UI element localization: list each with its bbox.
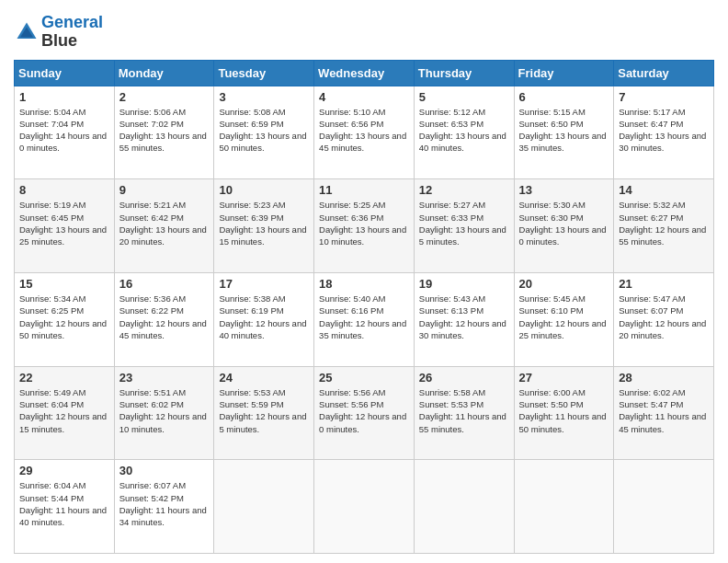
day-number: 26 xyxy=(419,371,509,385)
calendar-cell: 13Sunrise: 5:30 AMSunset: 6:30 PMDayligh… xyxy=(514,179,614,273)
page: General Blue SundayMondayTuesdayWednesda… xyxy=(0,0,728,563)
calendar-cell: 10Sunrise: 5:23 AMSunset: 6:39 PMDayligh… xyxy=(214,179,314,273)
day-number: 19 xyxy=(419,277,509,291)
logo-text: General Blue xyxy=(41,14,103,51)
calendar-cell: 1Sunrise: 5:04 AMSunset: 7:04 PMDaylight… xyxy=(15,86,115,179)
calendar-cell: 5Sunrise: 5:12 AMSunset: 6:53 PMDaylight… xyxy=(414,86,514,179)
calendar-cell: 21Sunrise: 5:47 AMSunset: 6:07 PMDayligh… xyxy=(614,272,714,366)
calendar-cell: 11Sunrise: 5:25 AMSunset: 6:36 PMDayligh… xyxy=(314,179,415,273)
day-number: 12 xyxy=(419,183,509,197)
day-info: Sunrise: 5:32 AMSunset: 6:27 PMDaylight:… xyxy=(619,199,709,247)
day-number: 23 xyxy=(119,371,210,385)
day-number: 7 xyxy=(619,90,709,104)
day-number: 16 xyxy=(119,277,210,291)
calendar-cell: 14Sunrise: 5:32 AMSunset: 6:27 PMDayligh… xyxy=(614,179,714,273)
day-number: 13 xyxy=(519,183,609,197)
day-number: 1 xyxy=(19,90,109,104)
day-number: 27 xyxy=(519,371,609,385)
day-number: 20 xyxy=(519,277,609,291)
calendar-week-row: 15Sunrise: 5:34 AMSunset: 6:25 PMDayligh… xyxy=(15,272,714,366)
calendar-cell: 30Sunrise: 6:07 AMSunset: 5:42 PMDayligh… xyxy=(114,460,214,554)
calendar-table: SundayMondayTuesdayWednesdayThursdayFrid… xyxy=(14,60,714,554)
day-number: 14 xyxy=(619,183,709,197)
day-number: 15 xyxy=(19,277,109,291)
calendar-cell: 4Sunrise: 5:10 AMSunset: 6:56 PMDaylight… xyxy=(314,86,415,179)
weekday-header: Saturday xyxy=(614,60,714,86)
weekday-header-row: SundayMondayTuesdayWednesdayThursdayFrid… xyxy=(15,60,714,86)
calendar-cell: 25Sunrise: 5:56 AMSunset: 5:56 PMDayligh… xyxy=(314,366,415,460)
day-number: 29 xyxy=(19,464,109,477)
day-number: 24 xyxy=(219,371,309,385)
calendar-cell: 7Sunrise: 5:17 AMSunset: 6:47 PMDaylight… xyxy=(614,86,714,179)
day-number: 5 xyxy=(419,90,509,104)
day-number: 17 xyxy=(219,277,309,291)
day-info: Sunrise: 5:04 AMSunset: 7:04 PMDaylight:… xyxy=(19,106,109,155)
day-info: Sunrise: 5:58 AMSunset: 5:53 PMDaylight:… xyxy=(419,386,509,435)
day-info: Sunrise: 5:19 AMSunset: 6:45 PMDaylight:… xyxy=(19,199,109,247)
day-info: Sunrise: 5:25 AMSunset: 6:36 PMDaylight:… xyxy=(319,199,409,247)
header: General Blue xyxy=(14,14,714,51)
day-info: Sunrise: 5:30 AMSunset: 6:30 PMDaylight:… xyxy=(519,199,609,247)
calendar-cell: 23Sunrise: 5:51 AMSunset: 6:02 PMDayligh… xyxy=(114,366,214,460)
day-info: Sunrise: 5:21 AMSunset: 6:42 PMDaylight:… xyxy=(119,199,210,247)
calendar-cell: 26Sunrise: 5:58 AMSunset: 5:53 PMDayligh… xyxy=(414,366,514,460)
day-number: 10 xyxy=(219,183,309,197)
day-info: Sunrise: 5:43 AMSunset: 6:13 PMDaylight:… xyxy=(419,293,509,341)
day-info: Sunrise: 5:38 AMSunset: 6:19 PMDaylight:… xyxy=(219,293,309,341)
day-number: 8 xyxy=(19,183,109,197)
day-number: 25 xyxy=(319,371,409,385)
weekday-header: Wednesday xyxy=(314,60,415,86)
day-info: Sunrise: 6:00 AMSunset: 5:50 PMDaylight:… xyxy=(519,386,609,435)
day-number: 18 xyxy=(319,277,409,291)
calendar-cell: 22Sunrise: 5:49 AMSunset: 6:04 PMDayligh… xyxy=(15,366,115,460)
day-number: 3 xyxy=(219,90,309,104)
calendar-week-row: 8Sunrise: 5:19 AMSunset: 6:45 PMDaylight… xyxy=(15,179,714,273)
calendar-cell xyxy=(314,460,415,554)
day-info: Sunrise: 5:53 AMSunset: 5:59 PMDaylight:… xyxy=(219,386,309,435)
weekday-header: Friday xyxy=(514,60,614,86)
day-info: Sunrise: 5:12 AMSunset: 6:53 PMDaylight:… xyxy=(419,106,509,155)
day-info: Sunrise: 5:56 AMSunset: 5:56 PMDaylight:… xyxy=(319,386,409,435)
calendar-cell: 15Sunrise: 5:34 AMSunset: 6:25 PMDayligh… xyxy=(15,272,115,366)
calendar-cell: 9Sunrise: 5:21 AMSunset: 6:42 PMDaylight… xyxy=(114,179,214,273)
calendar-cell: 29Sunrise: 6:04 AMSunset: 5:44 PMDayligh… xyxy=(15,460,115,554)
day-info: Sunrise: 5:27 AMSunset: 6:33 PMDaylight:… xyxy=(419,199,509,247)
calendar-cell: 8Sunrise: 5:19 AMSunset: 6:45 PMDaylight… xyxy=(15,179,115,273)
day-info: Sunrise: 5:49 AMSunset: 6:04 PMDaylight:… xyxy=(19,386,109,435)
calendar-week-row: 1Sunrise: 5:04 AMSunset: 7:04 PMDaylight… xyxy=(15,86,714,179)
weekday-header: Thursday xyxy=(414,60,514,86)
day-number: 2 xyxy=(119,90,210,104)
day-info: Sunrise: 5:15 AMSunset: 6:50 PMDaylight:… xyxy=(519,106,609,155)
calendar-cell: 17Sunrise: 5:38 AMSunset: 6:19 PMDayligh… xyxy=(214,272,314,366)
day-number: 11 xyxy=(319,183,409,197)
calendar-cell: 18Sunrise: 5:40 AMSunset: 6:16 PMDayligh… xyxy=(314,272,415,366)
day-info: Sunrise: 5:10 AMSunset: 6:56 PMDaylight:… xyxy=(319,106,409,155)
day-number: 21 xyxy=(619,277,709,291)
calendar-cell xyxy=(614,460,714,554)
calendar-cell: 24Sunrise: 5:53 AMSunset: 5:59 PMDayligh… xyxy=(214,366,314,460)
day-info: Sunrise: 6:04 AMSunset: 5:44 PMDaylight:… xyxy=(19,479,109,528)
day-info: Sunrise: 5:36 AMSunset: 6:22 PMDaylight:… xyxy=(119,293,210,341)
day-info: Sunrise: 5:23 AMSunset: 6:39 PMDaylight:… xyxy=(219,199,309,247)
calendar-cell: 20Sunrise: 5:45 AMSunset: 6:10 PMDayligh… xyxy=(514,272,614,366)
day-info: Sunrise: 5:08 AMSunset: 6:59 PMDaylight:… xyxy=(219,106,309,155)
calendar-week-row: 22Sunrise: 5:49 AMSunset: 6:04 PMDayligh… xyxy=(15,366,714,460)
calendar-cell: 12Sunrise: 5:27 AMSunset: 6:33 PMDayligh… xyxy=(414,179,514,273)
calendar-cell: 28Sunrise: 6:02 AMSunset: 5:47 PMDayligh… xyxy=(614,366,714,460)
calendar-cell: 16Sunrise: 5:36 AMSunset: 6:22 PMDayligh… xyxy=(114,272,214,366)
day-info: Sunrise: 5:45 AMSunset: 6:10 PMDaylight:… xyxy=(519,293,609,341)
day-info: Sunrise: 5:40 AMSunset: 6:16 PMDaylight:… xyxy=(319,293,409,341)
day-info: Sunrise: 5:51 AMSunset: 6:02 PMDaylight:… xyxy=(119,386,210,435)
logo-icon xyxy=(14,19,40,45)
weekday-header: Tuesday xyxy=(214,60,314,86)
day-info: Sunrise: 6:07 AMSunset: 5:42 PMDaylight:… xyxy=(119,479,210,528)
day-info: Sunrise: 5:06 AMSunset: 7:02 PMDaylight:… xyxy=(119,106,210,155)
day-info: Sunrise: 5:17 AMSunset: 6:47 PMDaylight:… xyxy=(619,106,709,155)
day-number: 6 xyxy=(519,90,609,104)
calendar-week-row: 29Sunrise: 6:04 AMSunset: 5:44 PMDayligh… xyxy=(15,460,714,554)
calendar-cell: 27Sunrise: 6:00 AMSunset: 5:50 PMDayligh… xyxy=(514,366,614,460)
calendar-cell: 19Sunrise: 5:43 AMSunset: 6:13 PMDayligh… xyxy=(414,272,514,366)
calendar-cell xyxy=(514,460,614,554)
day-number: 30 xyxy=(119,464,210,477)
calendar-cell: 3Sunrise: 5:08 AMSunset: 6:59 PMDaylight… xyxy=(214,86,314,179)
